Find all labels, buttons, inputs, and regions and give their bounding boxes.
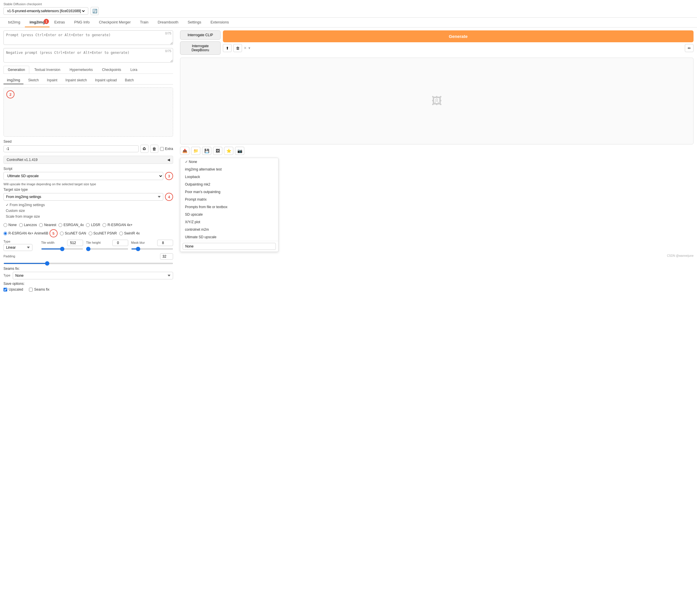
script-option-none[interactable]: None — [180, 158, 278, 165]
tile-height-slider[interactable] — [86, 248, 128, 250]
option-from-img2img[interactable]: From img2img settings — [3, 202, 173, 208]
apply-style-button[interactable]: ✏ — [685, 44, 694, 52]
controlnet-bar[interactable]: ControlNet v1.1.419 ◀ — [3, 156, 173, 164]
script-option-xyz-plot[interactable]: X/Y/Z plot — [180, 218, 278, 226]
tab-settings[interactable]: Settings — [183, 18, 206, 27]
subtab-sketch[interactable]: Sketch — [25, 77, 42, 84]
dropdown-bottom-input-area — [180, 241, 278, 252]
option-scale-from-image[interactable]: Scale from image size — [3, 214, 173, 219]
subtab-batch[interactable]: Batch — [122, 77, 137, 84]
generate-button[interactable]: Generate — [223, 30, 694, 42]
trash-button[interactable]: 🗑 — [233, 44, 242, 52]
type-select[interactable]: Linear — [3, 244, 32, 251]
tile-width-slider[interactable] — [41, 248, 83, 250]
style-select-area: ✕ ▼ — [244, 44, 683, 52]
send-to-extras-button[interactable]: 📁 — [191, 147, 200, 155]
tile-width-input[interactable] — [67, 240, 83, 246]
script-option-ultimate-sd-upscale[interactable]: Ultimate SD upscale — [180, 233, 278, 241]
upscaler-lanczos[interactable]: Lanczos — [19, 223, 37, 227]
option-custom-size[interactable]: Custom size — [3, 208, 173, 214]
script-option-loopback[interactable]: Loopback — [180, 173, 278, 181]
minimize-button[interactable]: ⬆ — [223, 44, 232, 52]
tile-height-input[interactable] — [112, 240, 128, 246]
tab-png-info[interactable]: PNG Info — [70, 18, 94, 27]
subtab-inpaint-upload[interactable]: Inpaint upload — [91, 77, 120, 84]
checkpoint-select-input[interactable]: v1-5-pruned-emaonly.safetensors [6ce0161… — [6, 9, 86, 13]
interrogate-deepbooru-button[interactable]: Interrogate DeepBooru — [180, 41, 221, 55]
action-buttons: Interrogate CLIP Interrogate DeepBooru G… — [180, 30, 694, 55]
tab-generation[interactable]: Generation — [3, 66, 29, 74]
script-option-prompt-matrix[interactable]: Prompt matrix — [180, 196, 278, 203]
upscaler-resrgan4xplus[interactable]: R-ESRGAN 4x+ — [102, 223, 132, 227]
padding-input[interactable] — [160, 253, 173, 260]
show-in-folder-button[interactable]: 🖼 — [213, 147, 222, 155]
upscaled-checkbox[interactable]: Upscaled — [3, 288, 23, 292]
step-4-badge: 4 — [165, 193, 173, 201]
upscaler-none[interactable]: None — [3, 223, 17, 227]
upscaler-ldsr[interactable]: LDSR — [86, 223, 100, 227]
seams-type-select[interactable]: None — [13, 272, 173, 279]
output-image-placeholder-icon: 🖼 — [432, 95, 442, 107]
upscale-info: Will upscale the image depending on the … — [3, 182, 173, 186]
step-5-badge: 5 — [49, 229, 58, 237]
tab-checkpoint-merger[interactable]: Checkpoint Merger — [94, 18, 135, 27]
save-button[interactable]: 💾 — [202, 147, 211, 155]
target-size-select[interactable]: From img2img settings — [3, 193, 163, 201]
seams-fix-checkbox[interactable]: Seams fix — [29, 288, 49, 292]
subtab-inpaint[interactable]: Inpaint — [43, 77, 61, 84]
mask-blur-input[interactable] — [157, 240, 173, 246]
interrogate-clip-button[interactable]: Interrogate CLIP — [180, 30, 221, 40]
recycle-seed-button[interactable]: ♻ — [140, 145, 148, 153]
seams-fix-checkbox-input[interactable] — [29, 288, 33, 292]
negative-prompt-count: 0/75 — [165, 49, 172, 53]
extra-checkbox-input[interactable] — [160, 147, 164, 151]
upscaler-swinir[interactable]: SwinIR 4x — [119, 231, 140, 235]
script-option-controlnet-m2m[interactable]: controlnet m2m — [180, 226, 278, 233]
favorite-button[interactable]: ⭐ — [224, 147, 233, 155]
checkpoint-dropdown[interactable]: v1-5-pruned-emaonly.safetensors [6ce0161… — [3, 7, 88, 15]
seed-input[interactable] — [3, 145, 139, 152]
style-x-button[interactable]: ✕ — [244, 46, 247, 50]
script-dropdown-overlay: None img2img alternative test Loopback O… — [180, 158, 279, 252]
tile-width-label: Tile width — [41, 241, 55, 244]
image-upload-area[interactable]: 2 — [3, 87, 173, 137]
tab-dreambooth[interactable]: Dreambooth — [153, 18, 183, 27]
step-3-badge: 3 — [165, 172, 173, 180]
subtab-inpaint-sketch[interactable]: Inpaint sketch — [62, 77, 90, 84]
tab-extras[interactable]: Extras — [49, 18, 70, 27]
tab-checkpoints[interactable]: Checkpoints — [98, 66, 125, 74]
upscaled-checkbox-input[interactable] — [3, 288, 7, 292]
send-to-img2img-button[interactable]: 📤 — [180, 147, 189, 155]
script-option-sd-upscale[interactable]: SD upscale — [180, 211, 278, 218]
script-option-prompts-from-file[interactable]: Prompts from file or textbox — [180, 203, 278, 211]
tab-txt2img[interactable]: txt2img — [3, 18, 25, 27]
script-option-img2img-alt[interactable]: img2img alternative test — [180, 165, 278, 173]
tab-img2img[interactable]: img2img 1 — [25, 18, 49, 27]
script-select[interactable]: Ultimate SD upscale — [3, 172, 163, 180]
upscaler-scunet-gan[interactable]: ScuNET GAN — [60, 231, 86, 235]
camera-button[interactable]: 📷 — [235, 147, 244, 155]
target-size-label: Target size type — [3, 188, 173, 192]
delete-seed-button[interactable]: 🗑 — [150, 145, 158, 153]
script-option-outpainting-mk2[interactable]: Outpainting mk2 — [180, 181, 278, 188]
tab-extensions[interactable]: Extensions — [206, 18, 234, 27]
tab-hypernetworks[interactable]: Hypernetworks — [65, 66, 97, 74]
upscaler-resrgan-anime[interactable]: R-ESRGAN 4x+ Anime6B — [3, 231, 48, 235]
output-image-area: 🖼 — [180, 58, 694, 144]
upscaler-scunet-psnr[interactable]: ScuNET PSNR — [89, 231, 117, 235]
refresh-button[interactable]: 🔄 — [91, 7, 99, 15]
padding-slider[interactable] — [3, 263, 173, 264]
script-option-poor-mans-outpainting[interactable]: Poor man's outpainting — [180, 188, 278, 196]
extra-checkbox[interactable]: Extra — [160, 147, 173, 151]
positive-prompt-input[interactable] — [3, 30, 173, 45]
tab-lora[interactable]: Lora — [126, 66, 142, 74]
mask-blur-slider[interactable] — [131, 248, 173, 250]
upscaler-options: None Lanczos Nearest ESRGAN_4x LDSR — [3, 223, 173, 237]
tab-train[interactable]: Train — [135, 18, 153, 27]
tab-textual-inversion[interactable]: Textual Inversion — [30, 66, 64, 74]
dropdown-none-input[interactable] — [183, 243, 276, 250]
subtab-img2img[interactable]: img2img — [3, 77, 24, 84]
negative-prompt-input[interactable] — [3, 48, 173, 62]
upscaler-nearest[interactable]: Nearest — [39, 223, 56, 227]
upscaler-esrgan4x[interactable]: ESRGAN_4x — [58, 223, 84, 227]
